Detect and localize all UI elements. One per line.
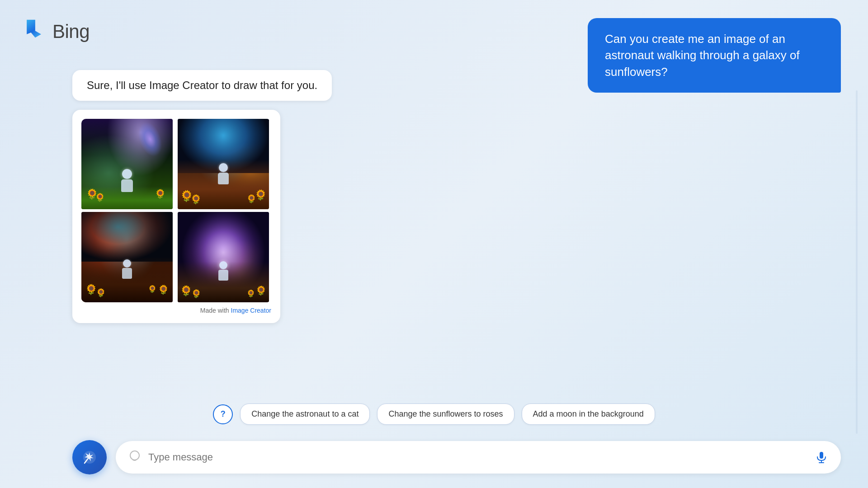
bot-reply-text: Sure, I'll use Image Creator to draw tha… <box>87 79 317 91</box>
generated-image-3[interactable]: 🌻 🌻 🌻 🌻 <box>81 212 173 302</box>
user-message-text: Can you create me an image of an astrona… <box>605 32 800 79</box>
suggestion-chip-2[interactable]: Change the sunflowers to roses <box>377 404 514 425</box>
svg-rect-3 <box>820 452 823 459</box>
input-bar-area <box>72 440 841 474</box>
message-input[interactable] <box>148 451 807 463</box>
suggestion-chip-1[interactable]: Change the astronaut to a cat <box>240 404 370 425</box>
generated-image-4[interactable]: 🌻 🌻 🌻 🌻 <box>178 212 269 302</box>
bot-text-bubble: Sure, I'll use Image Creator to draw tha… <box>72 70 332 101</box>
scroll-hint <box>855 90 858 434</box>
suggestions-area: ? Change the astronaut to a cat Change t… <box>0 404 868 425</box>
made-with-label: Made with <box>200 307 229 314</box>
svg-point-2 <box>130 451 139 460</box>
app-title: Bing <box>52 21 90 42</box>
bot-reply-area: Sure, I'll use Image Creator to draw tha… <box>72 70 332 323</box>
bing-logo-icon <box>23 18 46 45</box>
chat-bubble-icon <box>128 450 141 465</box>
microphone-icon <box>815 450 828 464</box>
image-creator-link[interactable]: Image Creator <box>231 307 271 314</box>
user-message-bubble: Can you create me an image of an astrona… <box>588 18 841 93</box>
scroll-track <box>856 90 858 434</box>
image-grid-card: 🌻 🌻 🌻 🌻 🌻 🌻 � <box>72 110 280 323</box>
made-with-attribution: Made with Image Creator <box>81 307 271 314</box>
header: Bing <box>23 18 90 45</box>
magic-button[interactable] <box>72 440 107 474</box>
help-button[interactable]: ? <box>213 404 233 424</box>
mic-button[interactable] <box>815 450 828 464</box>
generated-image-1[interactable]: 🌻 🌻 🌻 <box>81 119 173 209</box>
generated-image-2[interactable]: 🌻 🌻 🌻 🌻 <box>178 119 269 209</box>
suggestion-chip-3[interactable]: Add a moon in the background <box>522 404 655 425</box>
magic-wand-icon <box>81 449 98 466</box>
image-grid: 🌻 🌻 🌻 🌻 🌻 🌻 � <box>81 119 271 302</box>
input-field-wrapper <box>116 441 841 474</box>
